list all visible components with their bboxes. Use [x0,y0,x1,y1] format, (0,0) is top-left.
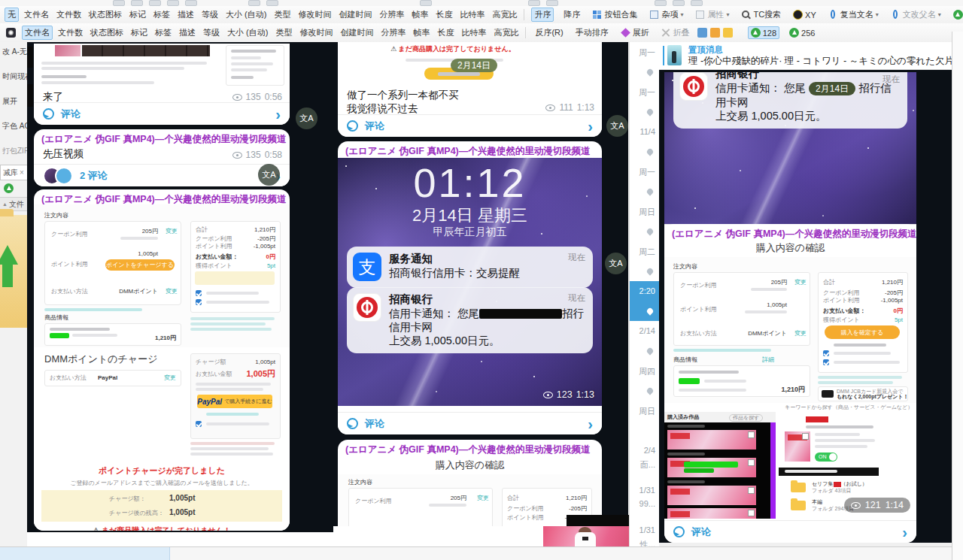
column-header[interactable]: 标签 [153,26,174,39]
chat-list-item[interactable]: 周二 [630,241,659,281]
column-header[interactable]: 等级 [201,26,222,39]
chat-list-item[interactable]: 周日 [630,401,659,440]
record-icon[interactable] [6,28,16,38]
column-header[interactable]: 文件名 [22,8,51,21]
column-header[interactable]: 文件数 [56,26,85,39]
column-header[interactable]: 状态图标 [87,8,124,21]
toolbar-item[interactable]: 当文路滤 [951,8,963,21]
chat-list-item[interactable]: 周一 [630,42,659,82]
toolbar-item[interactable]: 文改父名▾ [889,8,943,21]
toolbar-item[interactable]: 按钮合集 [590,8,639,21]
column-header[interactable]: 帧率 [411,26,432,39]
column-header[interactable]: 比特率 [457,8,487,21]
toolbar-mini-icon[interactable] [113,0,125,6]
column-header[interactable]: 类型 [273,26,294,39]
column-header[interactable]: 长度 [435,26,456,39]
comments-button[interactable]: 评论 [664,520,916,543]
column-header[interactable]: 类型 [272,8,293,21]
toolbar-mini-icon[interactable] [528,0,540,6]
chat-list-item[interactable]: 周日 [630,201,659,241]
column-header[interactable]: 文件数 [54,8,84,21]
comments-button[interactable]: 2 评论 [34,164,290,186]
thumbnail-size-256-button[interactable]: 256 [787,27,817,38]
column-header[interactable]: 比特率 [459,26,488,39]
toolbar-mini-icon[interactable] [149,0,161,6]
chat-list-item[interactable]: 2:20 [630,281,659,321]
translate-button[interactable]: 文A [605,253,627,274]
channel-link[interactable]: (エロアニメ 伪GIF 真MP4)—个兴趣使然的里动漫切段频道 [34,129,290,147]
chat-list-item[interactable]: 1/3199... [630,480,659,520]
toolbar-item[interactable]: 反序(R) [533,26,565,39]
column-header[interactable]: 高宽比 [491,26,521,39]
column-header[interactable]: 创建时间 [338,26,375,39]
column-header[interactable]: 标记 [129,26,150,39]
toolbar-mini-icon[interactable] [131,0,143,6]
pinned-message-bar[interactable]: 置顶消息 理 -你心中殘缺的碎片· 理 - コトワリ - ～キミの心の零れた欠片… [658,42,952,70]
column-header[interactable]: 大小 (自动) [225,26,270,39]
column-header[interactable]: 修改时间 [297,26,335,39]
chat-list-item[interactable]: 2/4面... [630,440,659,480]
toolbar-item[interactable]: 复当文名▾ [826,8,881,21]
panel-option[interactable]: 打包ZIP [2,146,28,156]
panel-option[interactable]: 字色 AC [2,121,28,132]
comments-button[interactable]: 评论 [338,114,602,137]
folder-thumbnail[interactable] [0,215,28,328]
comments-button[interactable]: 评论 [34,102,290,125]
toolbar-item[interactable]: TC搜索 [739,8,783,21]
column-header[interactable]: 分辨率 [377,8,406,21]
toolbar-mini-icon[interactable] [266,0,278,6]
translate-button[interactable]: 文A [606,115,628,137]
toolbar-mini-icon[interactable] [691,0,703,6]
toolbar-item[interactable]: 属性▾ [693,8,731,21]
toolbar-mini-icon[interactable] [655,0,667,6]
toolbar-item[interactable]: 手动排序 [573,26,611,39]
tab-close-icon[interactable]: × [20,168,24,177]
toolbar-mini-icon[interactable] [420,0,432,6]
column-header[interactable]: 修改时间 [296,8,333,21]
toolbar-mini-icon[interactable] [167,0,179,6]
chat-list-item[interactable]: 周一 [630,162,659,201]
toolbar-item[interactable]: 展折 [618,26,652,39]
toolbar-item[interactable]: 升序 [531,8,554,22]
toolbar-mini-icon[interactable] [546,0,558,6]
column-header[interactable]: 大小 (自动) [223,8,269,21]
column-header[interactable]: 状态图标 [88,26,126,39]
column-header[interactable]: 长度 [433,8,454,21]
comments-button[interactable]: 评论 [338,412,602,434]
channel-link[interactable]: (エロアニメ 伪GIF 真MP4)—个兴趣使然的里动漫切段频道 [338,440,602,458]
sort-none-button[interactable]: 无 [5,8,19,22]
toolbar-item[interactable]: 降序 [561,8,582,21]
toolbar-item[interactable]: 杂项▾ [647,8,685,21]
panel-option[interactable]: 展开 [2,96,17,107]
column-header[interactable]: 描述 [177,26,198,39]
up-directory-icon[interactable] [4,183,14,193]
column-header[interactable]: 创建时间 [336,8,374,21]
toolbar-mini-icon[interactable] [248,0,260,6]
column-header[interactable]: 标记 [127,8,148,21]
panel-option[interactable]: 改 A-无 [2,47,27,57]
toolbar-mini-icon[interactable] [185,0,197,6]
chat-list-item[interactable]: 周一 [630,82,659,122]
translate-button[interactable]: 文A [258,164,280,186]
column-header[interactable]: 文件名 [22,26,53,40]
folder-tool-icon[interactable] [723,28,733,38]
toolbar-mini-icon[interactable] [673,0,685,6]
column-header[interactable]: 等级 [199,8,220,21]
image-tool-icon[interactable] [697,28,707,38]
column-header[interactable]: 分辨率 [378,26,408,39]
toolbar-item[interactable]: XY [791,9,819,20]
chat-list-item[interactable]: 周四 [630,361,659,401]
chat-list-item[interactable]: 2/14 [630,321,659,361]
column-header[interactable]: 帧率 [409,8,430,21]
translate-button[interactable]: 文A [296,107,317,129]
chat-list-item[interactable]: 11/4 [630,122,659,162]
column-header[interactable]: 描述 [175,8,196,21]
label-tool-icon[interactable] [710,28,720,38]
tab-library[interactable]: 减库 × [0,165,28,180]
panel-option[interactable]: 时间现在 [2,71,28,82]
thumbnail-size-128-button[interactable]: 128 [748,26,779,39]
toolbar-item[interactable]: 折叠 [659,26,692,39]
channel-link[interactable]: (エロアニメ 伪GIF 真MP4)—个兴趣使然的里动漫切段频道 [338,141,602,159]
column-header[interactable]: 高宽比 [490,8,519,21]
column-header[interactable]: 标签 [151,8,172,21]
